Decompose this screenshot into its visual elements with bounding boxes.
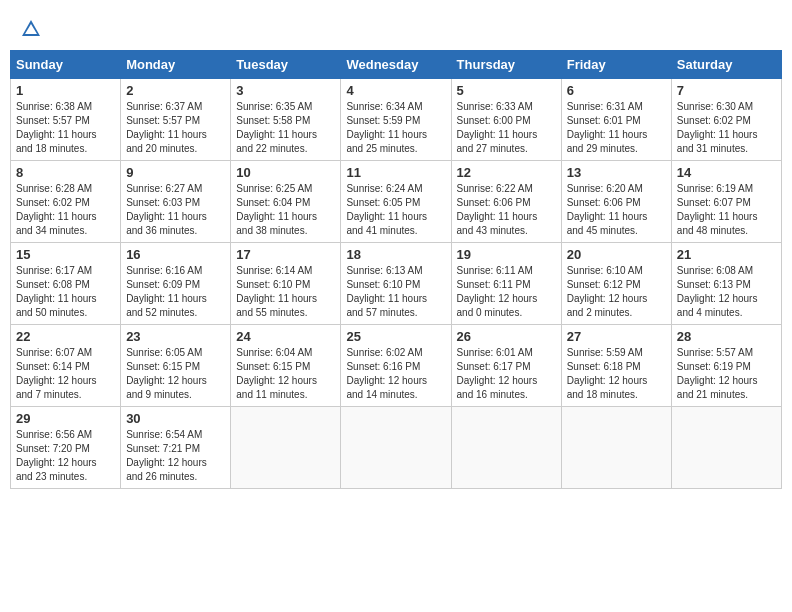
calendar-header: SundayMondayTuesdayWednesdayThursdayFrid… — [11, 51, 782, 79]
day-number: 28 — [677, 329, 776, 344]
calendar-cell: 11 Sunrise: 6:24 AMSunset: 6:05 PMDaylig… — [341, 161, 451, 243]
calendar-cell — [561, 407, 671, 489]
calendar-week-3: 15 Sunrise: 6:17 AMSunset: 6:08 PMDaylig… — [11, 243, 782, 325]
calendar-week-2: 8 Sunrise: 6:28 AMSunset: 6:02 PMDayligh… — [11, 161, 782, 243]
day-number: 20 — [567, 247, 666, 262]
day-number: 16 — [126, 247, 225, 262]
logo-icon — [20, 18, 42, 40]
day-number: 25 — [346, 329, 445, 344]
calendar-cell: 8 Sunrise: 6:28 AMSunset: 6:02 PMDayligh… — [11, 161, 121, 243]
calendar-cell: 2 Sunrise: 6:37 AMSunset: 5:57 PMDayligh… — [121, 79, 231, 161]
header-day-sunday: Sunday — [11, 51, 121, 79]
calendar-cell: 24 Sunrise: 6:04 AMSunset: 6:15 PMDaylig… — [231, 325, 341, 407]
day-number: 24 — [236, 329, 335, 344]
calendar-cell: 18 Sunrise: 6:13 AMSunset: 6:10 PMDaylig… — [341, 243, 451, 325]
day-info: Sunrise: 6:20 AMSunset: 6:06 PMDaylight:… — [567, 182, 666, 238]
calendar-table: SundayMondayTuesdayWednesdayThursdayFrid… — [10, 50, 782, 489]
day-number: 30 — [126, 411, 225, 426]
day-info: Sunrise: 6:38 AMSunset: 5:57 PMDaylight:… — [16, 100, 115, 156]
day-info: Sunrise: 5:59 AMSunset: 6:18 PMDaylight:… — [567, 346, 666, 402]
day-number: 2 — [126, 83, 225, 98]
day-info: Sunrise: 6:34 AMSunset: 5:59 PMDaylight:… — [346, 100, 445, 156]
day-number: 21 — [677, 247, 776, 262]
header-day-saturday: Saturday — [671, 51, 781, 79]
day-info: Sunrise: 6:05 AMSunset: 6:15 PMDaylight:… — [126, 346, 225, 402]
day-number: 3 — [236, 83, 335, 98]
day-info: Sunrise: 6:56 AMSunset: 7:20 PMDaylight:… — [16, 428, 115, 484]
calendar-cell: 9 Sunrise: 6:27 AMSunset: 6:03 PMDayligh… — [121, 161, 231, 243]
calendar-cell: 27 Sunrise: 5:59 AMSunset: 6:18 PMDaylig… — [561, 325, 671, 407]
calendar-cell: 15 Sunrise: 6:17 AMSunset: 6:08 PMDaylig… — [11, 243, 121, 325]
header-row: SundayMondayTuesdayWednesdayThursdayFrid… — [11, 51, 782, 79]
day-number: 17 — [236, 247, 335, 262]
calendar-cell: 14 Sunrise: 6:19 AMSunset: 6:07 PMDaylig… — [671, 161, 781, 243]
day-info: Sunrise: 6:19 AMSunset: 6:07 PMDaylight:… — [677, 182, 776, 238]
day-number: 27 — [567, 329, 666, 344]
header-day-friday: Friday — [561, 51, 671, 79]
day-number: 12 — [457, 165, 556, 180]
day-number: 19 — [457, 247, 556, 262]
calendar-cell: 3 Sunrise: 6:35 AMSunset: 5:58 PMDayligh… — [231, 79, 341, 161]
calendar-cell: 30 Sunrise: 6:54 AMSunset: 7:21 PMDaylig… — [121, 407, 231, 489]
day-number: 1 — [16, 83, 115, 98]
calendar-cell: 25 Sunrise: 6:02 AMSunset: 6:16 PMDaylig… — [341, 325, 451, 407]
calendar-cell — [671, 407, 781, 489]
day-number: 15 — [16, 247, 115, 262]
calendar-cell: 17 Sunrise: 6:14 AMSunset: 6:10 PMDaylig… — [231, 243, 341, 325]
calendar-cell — [451, 407, 561, 489]
day-info: Sunrise: 6:28 AMSunset: 6:02 PMDaylight:… — [16, 182, 115, 238]
header-day-wednesday: Wednesday — [341, 51, 451, 79]
day-info: Sunrise: 6:31 AMSunset: 6:01 PMDaylight:… — [567, 100, 666, 156]
day-info: Sunrise: 6:02 AMSunset: 6:16 PMDaylight:… — [346, 346, 445, 402]
day-number: 6 — [567, 83, 666, 98]
calendar-cell: 13 Sunrise: 6:20 AMSunset: 6:06 PMDaylig… — [561, 161, 671, 243]
day-number: 22 — [16, 329, 115, 344]
day-number: 8 — [16, 165, 115, 180]
day-info: Sunrise: 6:27 AMSunset: 6:03 PMDaylight:… — [126, 182, 225, 238]
calendar-cell: 29 Sunrise: 6:56 AMSunset: 7:20 PMDaylig… — [11, 407, 121, 489]
day-info: Sunrise: 6:22 AMSunset: 6:06 PMDaylight:… — [457, 182, 556, 238]
calendar-body: 1 Sunrise: 6:38 AMSunset: 5:57 PMDayligh… — [11, 79, 782, 489]
calendar-cell: 19 Sunrise: 6:11 AMSunset: 6:11 PMDaylig… — [451, 243, 561, 325]
day-number: 14 — [677, 165, 776, 180]
day-info: Sunrise: 6:11 AMSunset: 6:11 PMDaylight:… — [457, 264, 556, 320]
day-info: Sunrise: 6:10 AMSunset: 6:12 PMDaylight:… — [567, 264, 666, 320]
day-info: Sunrise: 6:33 AMSunset: 6:00 PMDaylight:… — [457, 100, 556, 156]
page-header — [10, 10, 782, 44]
calendar-cell: 16 Sunrise: 6:16 AMSunset: 6:09 PMDaylig… — [121, 243, 231, 325]
calendar-cell: 1 Sunrise: 6:38 AMSunset: 5:57 PMDayligh… — [11, 79, 121, 161]
day-number: 10 — [236, 165, 335, 180]
calendar-cell: 22 Sunrise: 6:07 AMSunset: 6:14 PMDaylig… — [11, 325, 121, 407]
day-number: 11 — [346, 165, 445, 180]
calendar-cell — [341, 407, 451, 489]
day-number: 18 — [346, 247, 445, 262]
calendar-cell: 28 Sunrise: 5:57 AMSunset: 6:19 PMDaylig… — [671, 325, 781, 407]
header-day-monday: Monday — [121, 51, 231, 79]
day-info: Sunrise: 6:54 AMSunset: 7:21 PMDaylight:… — [126, 428, 225, 484]
day-info: Sunrise: 6:04 AMSunset: 6:15 PMDaylight:… — [236, 346, 335, 402]
header-day-tuesday: Tuesday — [231, 51, 341, 79]
calendar-cell: 12 Sunrise: 6:22 AMSunset: 6:06 PMDaylig… — [451, 161, 561, 243]
day-info: Sunrise: 6:14 AMSunset: 6:10 PMDaylight:… — [236, 264, 335, 320]
day-number: 5 — [457, 83, 556, 98]
calendar-week-4: 22 Sunrise: 6:07 AMSunset: 6:14 PMDaylig… — [11, 325, 782, 407]
day-info: Sunrise: 6:07 AMSunset: 6:14 PMDaylight:… — [16, 346, 115, 402]
day-info: Sunrise: 6:17 AMSunset: 6:08 PMDaylight:… — [16, 264, 115, 320]
calendar-cell: 4 Sunrise: 6:34 AMSunset: 5:59 PMDayligh… — [341, 79, 451, 161]
calendar-week-5: 29 Sunrise: 6:56 AMSunset: 7:20 PMDaylig… — [11, 407, 782, 489]
day-number: 7 — [677, 83, 776, 98]
day-number: 29 — [16, 411, 115, 426]
calendar-cell: 26 Sunrise: 6:01 AMSunset: 6:17 PMDaylig… — [451, 325, 561, 407]
calendar-cell: 6 Sunrise: 6:31 AMSunset: 6:01 PMDayligh… — [561, 79, 671, 161]
day-info: Sunrise: 6:01 AMSunset: 6:17 PMDaylight:… — [457, 346, 556, 402]
day-info: Sunrise: 6:08 AMSunset: 6:13 PMDaylight:… — [677, 264, 776, 320]
day-number: 13 — [567, 165, 666, 180]
header-day-thursday: Thursday — [451, 51, 561, 79]
day-info: Sunrise: 6:30 AMSunset: 6:02 PMDaylight:… — [677, 100, 776, 156]
day-number: 4 — [346, 83, 445, 98]
day-number: 9 — [126, 165, 225, 180]
day-info: Sunrise: 6:13 AMSunset: 6:10 PMDaylight:… — [346, 264, 445, 320]
day-info: Sunrise: 6:35 AMSunset: 5:58 PMDaylight:… — [236, 100, 335, 156]
calendar-cell — [231, 407, 341, 489]
calendar-cell: 5 Sunrise: 6:33 AMSunset: 6:00 PMDayligh… — [451, 79, 561, 161]
